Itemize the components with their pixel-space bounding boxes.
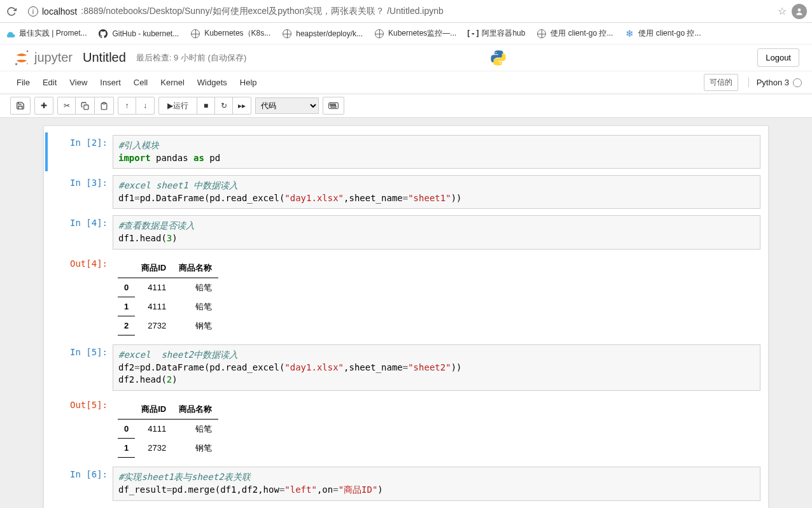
input-prompt: In [2]: [52, 135, 113, 169]
reload-icon[interactable] [5, 5, 18, 18]
cut-button[interactable]: ✂ [58, 97, 76, 114]
globe-icon [536, 29, 547, 39]
bookmarks-bar: 最佳实践 | Promet...GitHub - kubernet...Kube… [0, 23, 812, 45]
output-table: 商品ID商品名称04111铅笔14111铅笔22732钢笔 [118, 258, 218, 336]
cloud-icon [5, 29, 15, 39]
bookmark-item[interactable]: ❄使用 client-go 控... [624, 28, 701, 39]
bookmark-label: heapster/deploy/k... [296, 29, 363, 38]
menubar: FileEditViewInsertCellKernelWidgetsHelp … [0, 71, 812, 94]
svg-rect-12 [331, 106, 336, 108]
jupyter-text: jupyter [34, 50, 73, 65]
notebook-title[interactable]: Untitled [83, 50, 126, 65]
output-table: 商品ID商品名称04111铅笔12732钢笔 [118, 400, 218, 458]
code-input[interactable]: #查看数据是否读入 df1.head(3) [113, 215, 760, 249]
svg-point-0 [798, 8, 801, 11]
table-row: 22732钢笔 [118, 316, 218, 335]
table-cell: 铅笔 [172, 278, 218, 297]
input-prompt: In [6]: [52, 467, 113, 500]
table-cell: 2732 [135, 316, 172, 335]
menu-help[interactable]: Help [234, 74, 263, 91]
code-input[interactable]: #实现sheet1表与sheet2表关联 df_result=pd.merge(… [113, 467, 760, 500]
svg-point-1 [27, 50, 29, 52]
save-button[interactable] [11, 97, 30, 114]
celltype-select[interactable]: 代码 [255, 97, 319, 114]
table-header: 商品名称 [172, 400, 218, 420]
svg-point-2 [15, 63, 18, 66]
svg-rect-9 [330, 104, 332, 105]
bookmark-item[interactable]: 最佳实践 | Promet... [5, 28, 87, 39]
user-avatar-icon[interactable] [792, 4, 807, 19]
input-prompt: In [5]: [52, 344, 113, 391]
kernel-indicator[interactable]: Python 3 [748, 78, 802, 87]
bookmark-label: 使用 client-go 控... [550, 28, 613, 39]
menu-edit[interactable]: Edit [36, 74, 63, 91]
checkpoint-text: 最后检查: 9 小时前 (自动保存) [136, 52, 246, 64]
table-cell: 4111 [135, 297, 172, 316]
svg-point-5 [500, 62, 501, 64]
table-row: 04111铅笔 [118, 278, 218, 297]
code-input[interactable]: #excel sheet2中数据读入 df2=pd.DataFrame(pd.r… [113, 344, 760, 391]
bookmark-item[interactable]: 使用 client-go 控... [536, 28, 613, 39]
menu-widgets[interactable]: Widgets [191, 74, 234, 91]
url-host: localhost [42, 6, 77, 17]
menu-insert[interactable]: Insert [94, 74, 127, 91]
paste-button[interactable] [95, 97, 113, 114]
table-row: 12732钢笔 [118, 439, 218, 458]
svg-rect-11 [334, 104, 335, 105]
table-cell: 2732 [135, 439, 172, 458]
table-cell: 4111 [135, 278, 172, 297]
copy-button[interactable] [76, 97, 95, 114]
bookmark-star-icon[interactable]: ☆ [778, 5, 787, 17]
kernel-status-icon [793, 78, 802, 87]
code-cell[interactable]: In [2]:#引入模块 import pandas as pd [45, 132, 764, 171]
bookmark-label: 使用 client-go 控... [638, 28, 701, 39]
svg-point-4 [495, 52, 496, 53]
code-cell[interactable]: In [5]:#excel sheet2中数据读入 df2=pd.DataFra… [48, 342, 764, 393]
bookmark-label: GitHub - kubernet... [112, 29, 179, 38]
move-down-button[interactable]: ↓ [136, 97, 154, 114]
bookmark-label: 阿里容器hub [482, 28, 525, 39]
table-row: 14111铅笔 [118, 297, 218, 316]
toolbar: ✚ ✂ ↑ ↓ ▶ 运行 ■ ↻ ▸▸ 代码 [0, 94, 812, 118]
svg-rect-8 [329, 102, 339, 108]
bookmark-item[interactable]: GitHub - kubernet... [98, 29, 179, 39]
menu-view[interactable]: View [63, 74, 94, 91]
python-logo-icon [489, 49, 507, 67]
bookmark-item[interactable]: Kubernetes监控—... [374, 28, 456, 39]
table-cell: 铅笔 [172, 297, 218, 316]
command-palette-button[interactable] [323, 97, 344, 114]
site-info-icon[interactable]: i [28, 6, 38, 17]
menu-file[interactable]: File [10, 74, 36, 91]
bookmark-item[interactable]: [-]阿里容器hub [468, 28, 525, 39]
interrupt-button[interactable]: ■ [197, 97, 215, 114]
jupyter-logo[interactable]: jupyter [13, 49, 73, 67]
menu-kernel[interactable]: Kernel [154, 74, 191, 91]
code-cell[interactable]: In [3]:#excel sheet1 中数据读入 df1=pd.DataFr… [48, 173, 764, 211]
input-prompt: In [3]: [52, 175, 113, 209]
bookmark-item[interactable]: Kubernetes（K8s... [190, 28, 270, 39]
code-input[interactable]: #excel sheet1 中数据读入 df1=pd.DataFrame(pd.… [113, 175, 760, 209]
table-cell: 4111 [135, 419, 172, 439]
output-cell: Out[4]:商品ID商品名称04111铅笔14111铅笔22732钢笔 [48, 253, 764, 341]
add-cell-button[interactable]: ✚ [35, 97, 53, 114]
url-path: :8889/notebooks/Desktop/Sunny/如何使用excel及… [81, 6, 444, 17]
table-header: 商品名称 [172, 258, 218, 278]
menu-cell[interactable]: Cell [127, 74, 154, 91]
trusted-indicator[interactable]: 可信的 [704, 74, 738, 91]
globe-icon [190, 29, 200, 39]
bookmark-label: 最佳实践 | Promet... [19, 28, 87, 39]
bookmark-item[interactable]: heapster/deploy/k... [282, 29, 363, 39]
code-cell[interactable]: In [4]:#查看数据是否读入 df1.head(3) [48, 213, 764, 251]
restart-button[interactable]: ↻ [215, 97, 233, 114]
code-input[interactable]: #引入模块 import pandas as pd [113, 135, 760, 169]
move-up-button[interactable]: ↑ [118, 97, 136, 114]
restart-run-all-button[interactable]: ▸▸ [233, 97, 251, 114]
svg-rect-6 [84, 104, 88, 109]
url-bar[interactable]: i localhost:8889/notebooks/Desktop/Sunny… [23, 3, 773, 20]
notebook-container: In [2]:#引入模块 import pandas as pdIn [3]:#… [0, 118, 812, 508]
run-button[interactable]: ▶ 运行 [159, 97, 197, 114]
logout-button[interactable]: Logout [757, 48, 799, 67]
bookmark-label: Kubernetes监控—... [388, 28, 456, 39]
output-cell: Out[5]:商品ID商品名称04111铅笔12732钢笔 [48, 395, 764, 463]
code-cell[interactable]: In [6]:#实现sheet1表与sheet2表关联 df_result=pd… [48, 464, 764, 503]
